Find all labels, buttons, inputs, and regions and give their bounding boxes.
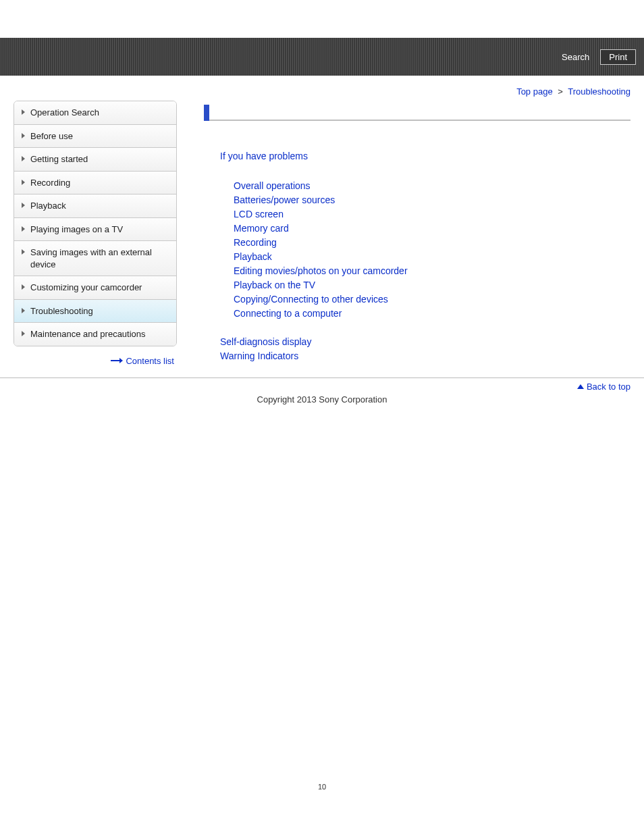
sidebar-item-getting-started[interactable]: Getting started bbox=[14, 148, 176, 172]
contents-list-row: Contents list bbox=[14, 346, 177, 366]
extra-links: Self-diagnosis display Warning Indicator… bbox=[220, 336, 630, 361]
sidebar-item-customizing[interactable]: Customizing your camcorder bbox=[14, 276, 176, 300]
sidebar-item-label: Getting started bbox=[30, 154, 88, 164]
topic-link-lcd[interactable]: LCD screen bbox=[234, 209, 284, 219]
topic-link-batteries[interactable]: Batteries/power sources bbox=[234, 194, 335, 205]
print-button[interactable]: Print bbox=[600, 49, 636, 65]
topic-link-overall[interactable]: Overall operations bbox=[234, 180, 311, 191]
back-to-top-link[interactable]: Back to top bbox=[577, 382, 630, 392]
contents-list-link[interactable]: Contents list bbox=[111, 356, 174, 366]
topic-link-playback[interactable]: Playback bbox=[234, 251, 272, 262]
arrow-right-icon bbox=[111, 359, 123, 363]
topic-link-computer[interactable]: Connecting to a computer bbox=[234, 308, 342, 319]
sidebar-item-saving-external[interactable]: Saving images with an external device bbox=[14, 241, 176, 276]
topic-link-recording[interactable]: Recording bbox=[234, 237, 277, 248]
sidebar-item-label: Saving images with an external device bbox=[30, 247, 152, 269]
breadcrumb: Top page > Troubleshooting bbox=[0, 76, 644, 101]
page-number: 10 bbox=[0, 783, 644, 804]
sidebar-item-recording[interactable]: Recording bbox=[14, 172, 176, 195]
main-content: If you have problems Overall operations … bbox=[204, 101, 630, 373]
header-spacer bbox=[0, 0, 644, 38]
sidebar-item-label: Maintenance and precautions bbox=[30, 329, 146, 339]
header-bar: Search Print bbox=[0, 38, 644, 76]
sidebar-item-maintenance[interactable]: Maintenance and precautions bbox=[14, 323, 176, 346]
breadcrumb-top-link[interactable]: Top page bbox=[516, 86, 553, 97]
contents-list-label: Contents list bbox=[126, 356, 174, 366]
sidebar-item-before-use[interactable]: Before use bbox=[14, 125, 176, 149]
sidebar-item-label: Customizing your camcorder bbox=[30, 282, 142, 292]
search-button[interactable]: Search bbox=[556, 50, 595, 64]
sidebar-item-label: Operation Search bbox=[30, 107, 99, 118]
breadcrumb-separator: > bbox=[558, 86, 563, 97]
copyright-text: Copyright 2013 Sony Corporation bbox=[14, 394, 630, 405]
sidebar-item-playback[interactable]: Playback bbox=[14, 194, 176, 218]
extra-link-self-diagnosis[interactable]: Self-diagnosis display bbox=[220, 336, 630, 347]
nav-list: Operation Search Before use Getting star… bbox=[14, 101, 177, 346]
extra-link-warning[interactable]: Warning Indicators bbox=[220, 350, 630, 361]
topic-link-playback-tv[interactable]: Playback on the TV bbox=[234, 280, 315, 290]
breadcrumb-current: Troubleshooting bbox=[568, 86, 630, 97]
back-to-top-label: Back to top bbox=[587, 382, 630, 392]
sidebar-item-playing-tv[interactable]: Playing images on a TV bbox=[14, 218, 176, 242]
sidebar-item-label: Recording bbox=[30, 178, 70, 188]
section-head-link[interactable]: If you have problems bbox=[220, 151, 630, 161]
sidebar: Operation Search Before use Getting star… bbox=[14, 101, 177, 373]
sidebar-item-operation-search[interactable]: Operation Search bbox=[14, 101, 176, 125]
triangle-up-icon bbox=[577, 384, 584, 389]
topic-link-editing[interactable]: Editing movies/photos on your camcorder bbox=[234, 265, 408, 276]
sidebar-item-label: Troubleshooting bbox=[30, 306, 93, 316]
topic-link-memory[interactable]: Memory card bbox=[234, 223, 289, 234]
content-wrap: Operation Search Before use Getting star… bbox=[0, 101, 644, 373]
sidebar-item-label: Before use bbox=[30, 131, 73, 141]
topic-link-copying[interactable]: Copying/Connecting to other devices bbox=[234, 294, 388, 305]
page-title-bar bbox=[204, 105, 630, 121]
sidebar-item-label: Playing images on a TV bbox=[30, 224, 123, 234]
sidebar-item-label: Playback bbox=[30, 201, 66, 211]
topic-link-list: Overall operations Batteries/power sourc… bbox=[234, 180, 630, 319]
footer-row: Back to top Copyright 2013 Sony Corporat… bbox=[0, 377, 644, 405]
sidebar-item-troubleshooting[interactable]: Troubleshooting bbox=[14, 300, 176, 323]
